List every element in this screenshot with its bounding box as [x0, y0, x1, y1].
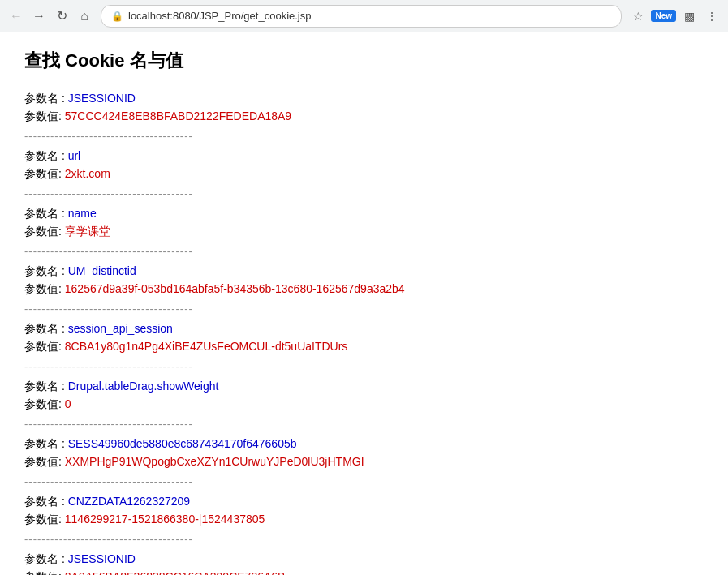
- home-icon: ⌂: [80, 9, 88, 24]
- list-item: 参数名 : JSESSIONID参数值: 2A9A56BA8F36838CC16…: [24, 550, 704, 575]
- forward-button[interactable]: →: [29, 6, 49, 26]
- param-name-line: 参数名 : url: [24, 147, 704, 165]
- param-name-line: 参数名 : JSESSIONID: [24, 550, 704, 568]
- divider: ---------------------------------------: [24, 532, 704, 547]
- more-button[interactable]: ⋮: [702, 6, 722, 26]
- param-name-line: 参数名 : CNZZDATA1262327209: [24, 492, 704, 510]
- param-value-line: 参数值: XXMPHgP91WQpogbCxeXZYn1CUrwuYJPeD0l…: [24, 453, 704, 470]
- new-badge: New: [651, 10, 676, 22]
- param-value-line: 参数值: 162567d9a39f-053bd164abfa5f-b34356b…: [24, 280, 704, 298]
- url-input[interactable]: [128, 10, 611, 22]
- param-value-line: 参数值: 57CCC424E8EB8BFABD2122FEDEDA18A9: [24, 107, 704, 125]
- param-name-line: 参数名 : Drupal.tableDrag.showWeight: [24, 377, 704, 395]
- divider: ---------------------------------------: [24, 129, 704, 144]
- nav-buttons: ← → ↻ ⌂: [6, 6, 94, 26]
- page-content: 查找 Cookie 名与值 参数名 : JSESSIONID参数值: 57CCC…: [0, 32, 728, 575]
- list-item: 参数名 : JSESSIONID参数值: 57CCC424E8EB8BFABD2…: [24, 89, 704, 144]
- star-icon: ☆: [633, 10, 644, 23]
- page-title: 查找 Cookie 名与值: [24, 49, 704, 73]
- param-value-line: 参数值: 1146299217-1521866380-|1524437805: [24, 510, 704, 528]
- browser-actions: ☆ New ▩ ⋮: [628, 6, 722, 26]
- divider: ---------------------------------------: [24, 359, 704, 374]
- cookie-list: 参数名 : JSESSIONID参数值: 57CCC424E8EB8BFABD2…: [24, 89, 704, 575]
- address-bar[interactable]: 🔒: [101, 5, 622, 28]
- list-item: 参数名 : CNZZDATA1262327209参数值: 1146299217-…: [24, 492, 704, 547]
- home-button[interactable]: ⌂: [75, 6, 94, 26]
- param-name-line: 参数名 : JSESSIONID: [24, 89, 704, 107]
- param-value-line: 参数值: 8CBA1y80g1n4Pg4XiBE4ZUsFeOMCUL-dt5u…: [24, 337, 704, 355]
- param-name-line: 参数名 : SESS49960de5880e8c687434170f647660…: [24, 435, 704, 453]
- reload-button[interactable]: ↻: [52, 6, 71, 26]
- browser-toolbar: ← → ↻ ⌂ 🔒 ☆ New ▩ ⋮: [0, 0, 728, 32]
- param-value-line: 参数值: 享学课堂: [24, 222, 704, 240]
- star-button[interactable]: ☆: [628, 6, 648, 26]
- list-item: 参数名 : Drupal.tableDrag.showWeight参数值: 0-…: [24, 377, 704, 431]
- reload-icon: ↻: [57, 8, 67, 24]
- list-item: 参数名 : UM_distinctid参数值: 162567d9a39f-053…: [24, 262, 704, 316]
- divider: ---------------------------------------: [24, 417, 704, 431]
- divider: ---------------------------------------: [24, 474, 704, 489]
- cast-icon: ▩: [684, 10, 695, 23]
- param-name-line: 参数名 : session_api_session: [24, 320, 704, 337]
- param-value-line: 参数值: 0: [24, 395, 704, 413]
- list-item: 参数名 : url参数值: 2xkt.com------------------…: [24, 147, 704, 201]
- divider: ---------------------------------------: [24, 244, 704, 259]
- cast-button[interactable]: ▩: [679, 6, 699, 26]
- list-item: 参数名 : name参数值: 享学课堂---------------------…: [24, 204, 704, 259]
- param-name-line: 参数名 : name: [24, 204, 704, 222]
- param-value-line: 参数值: 2A9A56BA8F36838CC16CA290CE736A6B: [24, 568, 704, 575]
- param-name-line: 参数名 : UM_distinctid: [24, 262, 704, 280]
- divider: ---------------------------------------: [24, 187, 704, 201]
- forward-icon: →: [32, 9, 45, 24]
- more-icon: ⋮: [706, 10, 717, 23]
- list-item: 参数名 : SESS49960de5880e8c687434170f647660…: [24, 435, 704, 489]
- back-icon: ←: [10, 9, 23, 24]
- divider: ---------------------------------------: [24, 302, 704, 316]
- list-item: 参数名 : session_api_session参数值: 8CBA1y80g1…: [24, 320, 704, 374]
- lock-icon: 🔒: [111, 11, 123, 22]
- param-value-line: 参数值: 2xkt.com: [24, 165, 704, 182]
- back-button[interactable]: ←: [6, 6, 26, 26]
